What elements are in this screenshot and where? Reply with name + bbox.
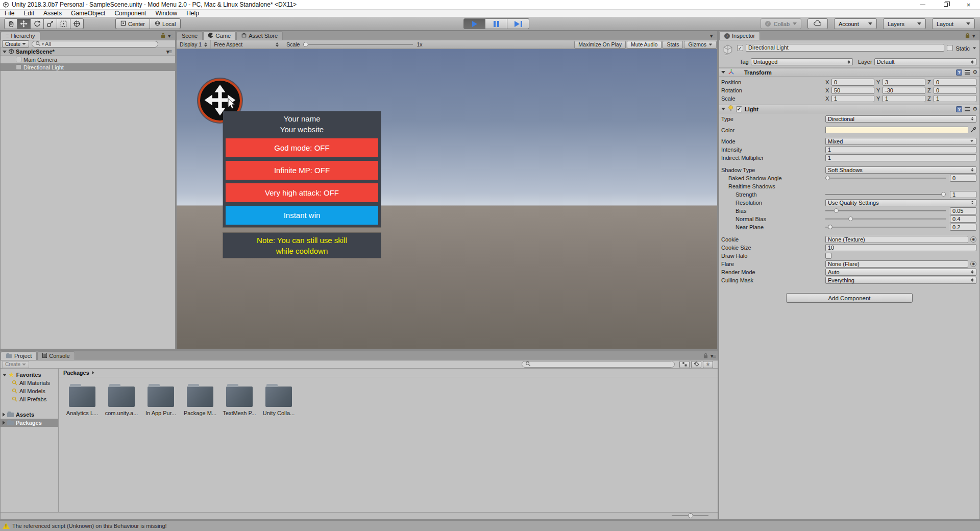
- light-component-header[interactable]: ✓ Light ? ⚙: [719, 105, 979, 113]
- project-search-input[interactable]: [522, 361, 675, 368]
- assets-item[interactable]: Assets: [1, 411, 58, 419]
- folder-com-unity[interactable]: com.unity.a...: [106, 383, 137, 416]
- menu-gameobject[interactable]: GameObject: [66, 10, 110, 17]
- intensity-field[interactable]: 1: [825, 146, 976, 153]
- all-models-item[interactable]: All Models: [1, 387, 58, 395]
- hierarchy-item-directional-light[interactable]: Directional Light: [1, 63, 175, 71]
- slider-thumb[interactable]: [941, 192, 946, 197]
- menu-edit[interactable]: Edit: [19, 10, 39, 17]
- bias-slider[interactable]: [825, 210, 946, 211]
- favorites-item[interactable]: ★ Favorites: [1, 371, 58, 379]
- search-filter-caret-icon[interactable]: ▾: [42, 42, 44, 46]
- baked-shadow-angle-slider[interactable]: [825, 178, 946, 179]
- icon-size-slider[interactable]: [672, 515, 708, 516]
- step-button[interactable]: [507, 18, 529, 29]
- culling-mask-dropdown[interactable]: Everything: [825, 277, 976, 284]
- preset-icon[interactable]: [965, 70, 970, 75]
- cookie-object-field[interactable]: None (Texture): [825, 236, 968, 243]
- layer-dropdown[interactable]: Default: [874, 58, 976, 65]
- all-prefabs-item[interactable]: All Prefabs: [1, 395, 58, 403]
- layout-dropdown[interactable]: Layout: [932, 18, 975, 29]
- help-icon[interactable]: ?: [956, 69, 962, 76]
- transform-component-header[interactable]: Transform ? ⚙: [719, 68, 979, 77]
- search-by-type-button[interactable]: [679, 361, 690, 368]
- foldout-triangle-icon[interactable]: [721, 71, 725, 74]
- slider-thumb[interactable]: [825, 176, 830, 180]
- folder-textmesh-pro[interactable]: TextMesh P...: [224, 383, 255, 416]
- tab-project[interactable]: Project: [1, 351, 37, 360]
- account-dropdown[interactable]: Account: [834, 18, 877, 29]
- hierarchy-search-input[interactable]: ▾ All: [32, 41, 158, 47]
- slider-thumb[interactable]: [848, 216, 853, 221]
- restore-button[interactable]: [934, 0, 957, 9]
- move-tool-button[interactable]: [17, 18, 31, 29]
- layers-dropdown[interactable]: Layers: [883, 18, 926, 29]
- project-create-button[interactable]: Create: [2, 361, 29, 368]
- bias-field[interactable]: 0.05: [950, 207, 976, 214]
- pivot-center-button[interactable]: Center: [115, 18, 150, 29]
- rotate-tool-button[interactable]: [31, 18, 44, 29]
- lock-icon[interactable]: [965, 33, 970, 39]
- very-high-attack-button[interactable]: Very high attack: OFF: [226, 183, 378, 202]
- pause-button[interactable]: [485, 18, 507, 29]
- tab-game[interactable]: Game: [203, 31, 236, 40]
- shadow-type-dropdown[interactable]: Soft Shadows: [825, 166, 976, 174]
- pivot-local-button[interactable]: Local: [150, 18, 181, 29]
- panel-menu-icon[interactable]: ▾≡: [710, 353, 716, 359]
- folder-package-manager[interactable]: Package M...: [184, 383, 216, 416]
- foldout-triangle-icon[interactable]: [3, 413, 5, 417]
- aspect-dropdown[interactable]: Free Aspect: [211, 40, 282, 49]
- gear-icon[interactable]: ⚙: [972, 106, 977, 112]
- render-mode-dropdown[interactable]: Auto: [825, 269, 976, 276]
- hierarchy-create-button[interactable]: Create: [2, 40, 29, 47]
- position-z-field[interactable]: 0: [934, 79, 976, 86]
- menu-help[interactable]: Help: [182, 10, 204, 17]
- menu-assets[interactable]: Assets: [39, 10, 66, 17]
- normal-bias-slider[interactable]: [825, 219, 946, 220]
- display-dropdown[interactable]: Display 1: [177, 40, 211, 49]
- rotation-z-field[interactable]: 0: [934, 87, 976, 94]
- indirect-multiplier-field[interactable]: 1: [825, 154, 976, 161]
- menu-window[interactable]: Window: [151, 10, 182, 17]
- infinite-mp-button[interactable]: Infinite MP: OFF: [226, 161, 378, 180]
- rotation-x-field[interactable]: 50: [831, 87, 874, 94]
- flare-object-field[interactable]: None (Flare): [825, 260, 968, 268]
- instant-win-button[interactable]: Instant win: [226, 206, 378, 225]
- light-mode-dropdown[interactable]: Mixed: [825, 138, 976, 145]
- static-checkbox[interactable]: [947, 45, 953, 51]
- search-by-label-button[interactable]: [691, 361, 701, 368]
- strength-slider[interactable]: [825, 194, 946, 195]
- add-component-button[interactable]: Add Component: [786, 293, 913, 303]
- lock-icon[interactable]: [703, 353, 708, 359]
- gizmos-dropdown[interactable]: Gizmos: [684, 41, 717, 49]
- baked-shadow-angle-field[interactable]: 0: [950, 175, 976, 182]
- light-color-swatch[interactable]: [825, 127, 968, 133]
- static-caret-icon[interactable]: [973, 47, 976, 50]
- tag-dropdown[interactable]: Untagged: [751, 58, 853, 65]
- hierarchy-item-main-camera[interactable]: Main Camera: [1, 56, 175, 63]
- rotation-y-field[interactable]: -30: [883, 87, 925, 94]
- object-name-field[interactable]: Directional Light: [746, 44, 944, 52]
- foldout-triangle-icon[interactable]: [3, 421, 5, 425]
- gear-icon[interactable]: ⚙: [972, 69, 977, 76]
- position-x-field[interactable]: 0: [831, 79, 874, 86]
- eyedropper-icon[interactable]: [970, 127, 976, 134]
- scene-header-row[interactable]: SampleScene* ▾≡: [1, 48, 175, 56]
- maximize-on-play-button[interactable]: Maximize On Play: [574, 41, 626, 49]
- active-checkbox[interactable]: ✓: [737, 45, 743, 51]
- tab-inspector[interactable]: i Inspector: [719, 31, 760, 40]
- folder-in-app-purchasing[interactable]: In App Pur...: [145, 383, 177, 416]
- tab-hierarchy[interactable]: ≡ Hierarchy: [1, 31, 40, 40]
- icon-size-slider-thumb[interactable]: [688, 513, 693, 518]
- draw-halo-checkbox[interactable]: [825, 253, 831, 259]
- resolution-dropdown[interactable]: Use Quality Settings: [825, 199, 976, 206]
- rect-tool-button[interactable]: [57, 18, 70, 29]
- scale-z-field[interactable]: 1: [934, 95, 976, 102]
- near-plane-field[interactable]: 0.2: [950, 224, 976, 231]
- panel-menu-icon[interactable]: ▾≡: [168, 33, 173, 39]
- scale-slider[interactable]: [303, 44, 413, 45]
- status-bar[interactable]: The referenced script (Unknown) on this …: [0, 520, 980, 531]
- transform-tool-button[interactable]: [70, 18, 84, 29]
- collab-button[interactable]: ✓ Collab: [761, 18, 801, 29]
- slider-thumb[interactable]: [828, 225, 832, 229]
